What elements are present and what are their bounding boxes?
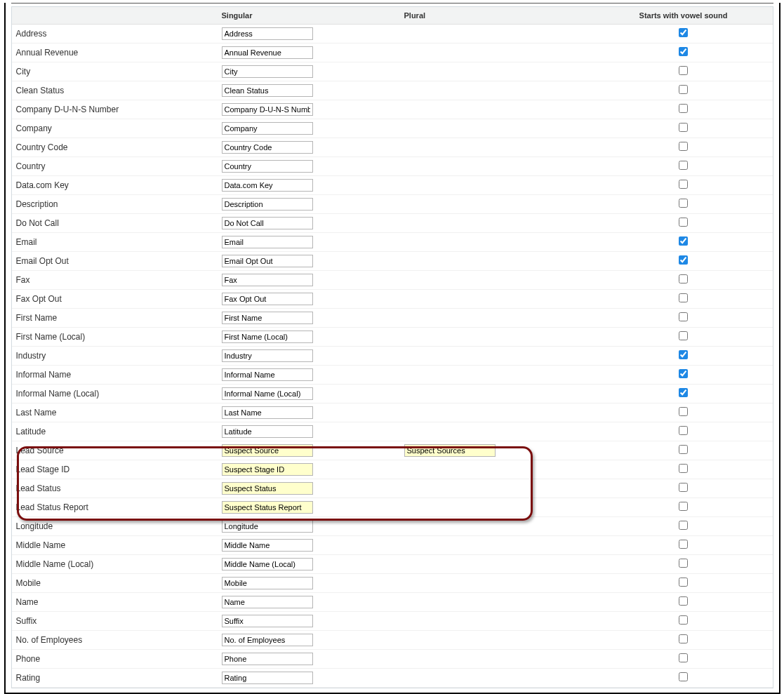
- vowel-checkbox[interactable]: [679, 142, 688, 151]
- singular-input[interactable]: [222, 46, 313, 59]
- vowel-checkbox[interactable]: [679, 483, 688, 492]
- vowel-checkbox[interactable]: [679, 369, 688, 378]
- field-label: Phone: [12, 650, 219, 669]
- field-label: Description: [12, 195, 219, 214]
- vowel-cell: [594, 100, 773, 119]
- singular-input[interactable]: [222, 653, 313, 665]
- singular-input[interactable]: [222, 558, 313, 570]
- singular-cell: [219, 498, 401, 517]
- singular-input[interactable]: [222, 217, 313, 229]
- vowel-checkbox[interactable]: [679, 672, 688, 681]
- singular-input[interactable]: [222, 672, 313, 684]
- vowel-checkbox[interactable]: [679, 615, 688, 625]
- vowel-checkbox[interactable]: [679, 104, 688, 113]
- vowel-checkbox[interactable]: [679, 540, 688, 549]
- field-label: Middle Name: [12, 536, 219, 555]
- plural-cell: [401, 347, 594, 366]
- singular-cell: [219, 214, 401, 233]
- vowel-checkbox[interactable]: [679, 180, 688, 189]
- vowel-checkbox[interactable]: [679, 634, 688, 643]
- plural-cell: [401, 669, 594, 688]
- vowel-checkbox[interactable]: [679, 350, 688, 359]
- plural-input[interactable]: [404, 444, 496, 457]
- vowel-checkbox[interactable]: [679, 85, 688, 94]
- singular-input[interactable]: [222, 463, 313, 476]
- vowel-checkbox[interactable]: [679, 578, 688, 587]
- vowel-checkbox[interactable]: [679, 464, 688, 473]
- singular-input[interactable]: [222, 368, 313, 381]
- vowel-cell: [594, 62, 773, 81]
- vowel-checkbox[interactable]: [679, 521, 688, 530]
- singular-input[interactable]: [222, 27, 313, 40]
- vowel-cell: [594, 290, 773, 309]
- singular-input[interactable]: [222, 84, 313, 97]
- singular-input[interactable]: [222, 577, 313, 589]
- singular-input[interactable]: [222, 501, 313, 514]
- plural-cell: [401, 100, 594, 119]
- singular-input[interactable]: [222, 236, 313, 248]
- singular-input[interactable]: [222, 634, 313, 646]
- singular-input[interactable]: [222, 160, 313, 173]
- plural-cell: [401, 157, 594, 176]
- singular-input[interactable]: [222, 179, 313, 192]
- field-label: Mobile: [12, 574, 219, 593]
- vowel-checkbox[interactable]: [679, 426, 688, 435]
- vowel-checkbox[interactable]: [679, 293, 688, 302]
- singular-input[interactable]: [222, 406, 313, 419]
- vowel-cell: [594, 214, 773, 233]
- singular-cell: [219, 100, 401, 119]
- singular-input[interactable]: [222, 103, 313, 116]
- table-row: Name: [12, 593, 773, 612]
- singular-input[interactable]: [222, 425, 313, 438]
- singular-input[interactable]: [222, 274, 313, 286]
- plural-cell: [401, 328, 594, 347]
- vowel-checkbox[interactable]: [679, 388, 688, 397]
- singular-input[interactable]: [222, 331, 313, 343]
- singular-input[interactable]: [222, 615, 313, 627]
- vowel-checkbox[interactable]: [679, 653, 688, 662]
- plural-cell: [401, 233, 594, 252]
- vowel-checkbox[interactable]: [679, 445, 688, 454]
- singular-input[interactable]: [222, 444, 313, 457]
- singular-cell: [219, 517, 401, 536]
- plural-cell: [401, 309, 594, 328]
- vowel-checkbox[interactable]: [679, 123, 688, 132]
- field-label: Country Code: [12, 138, 219, 157]
- vowel-checkbox[interactable]: [679, 312, 688, 321]
- singular-input[interactable]: [222, 387, 313, 400]
- vowel-checkbox[interactable]: [679, 66, 688, 75]
- vowel-checkbox[interactable]: [679, 218, 688, 227]
- table-row: Annual Revenue: [12, 44, 773, 62]
- vowel-checkbox[interactable]: [679, 559, 688, 568]
- field-label: Industry: [12, 347, 219, 366]
- vowel-checkbox[interactable]: [679, 161, 688, 170]
- vowel-checkbox[interactable]: [679, 47, 688, 56]
- singular-input[interactable]: [222, 539, 313, 552]
- plural-cell: [401, 498, 594, 517]
- vowel-checkbox[interactable]: [679, 331, 688, 340]
- vowel-checkbox[interactable]: [679, 502, 688, 511]
- singular-input[interactable]: [222, 520, 313, 533]
- vowel-checkbox[interactable]: [679, 28, 688, 37]
- singular-input[interactable]: [222, 482, 313, 495]
- singular-input[interactable]: [222, 596, 313, 608]
- singular-cell: [219, 460, 401, 479]
- vowel-checkbox[interactable]: [679, 255, 688, 265]
- singular-input[interactable]: [222, 141, 313, 154]
- table-row: City: [12, 62, 773, 81]
- vowel-checkbox[interactable]: [679, 596, 688, 606]
- singular-input[interactable]: [222, 122, 313, 135]
- vowel-checkbox[interactable]: [679, 274, 688, 283]
- singular-input[interactable]: [222, 293, 313, 305]
- singular-cell: [219, 650, 401, 669]
- singular-input[interactable]: [222, 65, 313, 78]
- vowel-checkbox[interactable]: [679, 407, 688, 416]
- field-label: Informal Name: [12, 366, 219, 385]
- singular-input[interactable]: [222, 198, 313, 211]
- singular-input[interactable]: [222, 349, 313, 362]
- singular-input[interactable]: [222, 255, 313, 267]
- vowel-checkbox[interactable]: [679, 199, 688, 208]
- table-body: AddressAnnual RevenueCityClean StatusCom…: [12, 25, 773, 688]
- singular-input[interactable]: [222, 312, 313, 324]
- vowel-checkbox[interactable]: [679, 236, 688, 246]
